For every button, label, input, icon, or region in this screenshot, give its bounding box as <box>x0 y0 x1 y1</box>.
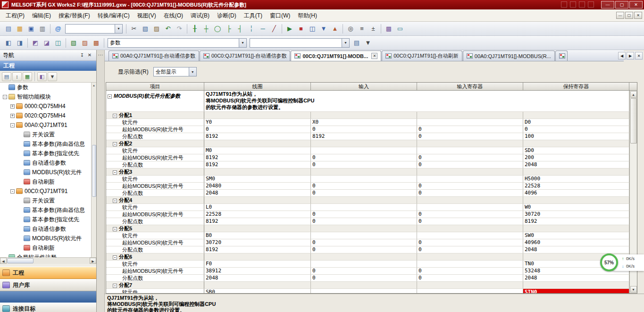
group-empty-cell[interactable] <box>204 225 311 232</box>
tree-item[interactable]: -00C0:QJ71MT91 <box>0 186 91 196</box>
menu-item-4[interactable]: 视图(V) <box>134 11 160 20</box>
value-cell[interactable]: 0 <box>417 154 523 161</box>
value-cell[interactable]: 0 <box>311 126 417 133</box>
group-label-cell[interactable]: -分配4 <box>106 197 204 204</box>
monitor-stop-icon[interactable]: ■ <box>296 24 306 34</box>
group-label-cell[interactable]: -分配1 <box>106 112 204 119</box>
value-cell[interactable]: 4096 <box>523 190 629 197</box>
tree-item[interactable]: 基本参数(指定优先 <box>0 149 91 158</box>
group-empty-cell[interactable] <box>417 253 523 261</box>
save-project-icon[interactable]: ▣ <box>26 24 36 34</box>
value-cell[interactable]: 0 <box>417 190 523 197</box>
scroll-up-icon[interactable]: ▲ <box>92 83 97 88</box>
group-empty-cell[interactable] <box>311 253 417 261</box>
group-label-cell[interactable]: -分配2 <box>106 140 204 147</box>
group-empty-cell[interactable] <box>311 225 417 232</box>
toolbar-options-icon[interactable]: ▼ <box>363 38 373 48</box>
tree-item[interactable]: MODBUS(R)软元件 <box>0 234 91 243</box>
scroll-down-icon[interactable]: ▼ <box>630 286 637 293</box>
value-cell[interactable]: 0 <box>311 246 417 253</box>
help-icon[interactable]: @ <box>53 24 63 34</box>
quick-access-combo[interactable]: ▼ <box>65 24 123 34</box>
collapsed-panel-strip[interactable]: ⋯ <box>97 50 105 312</box>
value-cell[interactable] <box>417 147 523 154</box>
value-cell[interactable] <box>417 176 523 183</box>
group-empty-cell[interactable] <box>417 225 523 232</box>
value-cell[interactable]: 0 <box>311 190 417 197</box>
group-empty-cell[interactable] <box>311 197 417 204</box>
monitor-write-icon[interactable]: ◫ <box>307 24 318 34</box>
project-window-icon[interactable]: ◧ <box>3 38 14 48</box>
child-close-button[interactable]: ✕ <box>634 12 642 19</box>
expand-icon[interactable]: + <box>10 114 15 118</box>
collapse-icon[interactable]: - <box>3 95 7 99</box>
group-empty-cell[interactable] <box>523 169 629 176</box>
value-cell[interactable] <box>417 119 523 126</box>
address-combo[interactable]: ▼ <box>250 38 350 48</box>
rebuild-all-icon[interactable]: ▩ <box>91 38 101 48</box>
ladder-horizontal-line-icon[interactable]: ─ <box>258 24 268 34</box>
tree-item[interactable]: 自动刷新 <box>0 177 91 186</box>
value-cell[interactable]: SB0 <box>204 289 311 293</box>
open-project-icon[interactable]: ▦ <box>15 24 25 34</box>
value-cell[interactable]: 40960 <box>523 239 629 246</box>
value-cell[interactable]: M0 <box>204 147 311 154</box>
value-cell[interactable]: 20480 <box>204 183 311 190</box>
dropdown-icon[interactable]: ▼ <box>189 67 196 76</box>
dropdown-icon[interactable]: ▼ <box>239 39 246 47</box>
group-label-cell[interactable]: -分配5 <box>106 225 204 232</box>
cut-icon[interactable]: ✂ <box>129 24 139 34</box>
simulation-icon[interactable]: ▭ <box>395 24 405 34</box>
child-minimize-button[interactable]: — <box>616 12 624 19</box>
plugin-icon[interactable] <box>588 1 594 8</box>
zoom-icon[interactable]: ± <box>368 24 378 34</box>
new-project-icon[interactable]: ▤ <box>3 24 14 34</box>
menu-item-2[interactable]: 搜索/替换(F) <box>55 11 94 20</box>
group-empty-cell[interactable] <box>523 282 629 289</box>
watch-window-icon[interactable]: ◫ <box>53 38 63 48</box>
scroll-thumb[interactable] <box>92 145 96 197</box>
group-empty-cell[interactable] <box>204 253 311 261</box>
group-empty-cell[interactable] <box>204 282 311 289</box>
scroll-up-icon[interactable]: ▲ <box>630 91 637 98</box>
menu-item-1[interactable]: 编辑(E) <box>28 11 55 20</box>
value-cell[interactable]: 8192 <box>204 161 311 169</box>
group-empty-cell[interactable] <box>523 225 629 232</box>
scroll-thumb[interactable] <box>630 98 637 143</box>
tree-horizontal-scrollbar[interactable]: ◀ ▶ <box>0 257 96 264</box>
value-cell[interactable]: Y0 <box>204 119 311 126</box>
tree-item[interactable]: 开关设置 <box>0 196 91 205</box>
group-empty-cell[interactable] <box>417 282 523 289</box>
view-mode-icon[interactable]: ◧ <box>37 72 47 81</box>
menu-item-3[interactable]: 转换/编译(C) <box>94 11 134 20</box>
tab-2[interactable]: 00C0:QJ71MT91[]-MODB...✕ <box>291 51 381 61</box>
pin-icon[interactable]: ↧ <box>78 52 86 59</box>
group-empty-cell[interactable] <box>311 140 417 147</box>
value-cell[interactable]: 0 <box>417 126 523 133</box>
value-cell[interactable]: 8192 <box>204 218 311 225</box>
collapse-icon[interactable]: - <box>113 142 117 146</box>
value-cell[interactable]: 2048 <box>204 275 311 282</box>
tab-scroll-left-icon[interactable]: ◀ <box>618 52 626 59</box>
menu-item-5[interactable]: 在线(O) <box>160 11 187 20</box>
output-window-icon[interactable]: ◨ <box>15 38 25 48</box>
value-cell[interactable]: 2048 <box>523 275 629 282</box>
write-plc-icon[interactable]: ▲ <box>330 24 340 34</box>
sort-icon[interactable]: ↕ <box>12 72 22 81</box>
value-cell[interactable]: 0 <box>417 239 523 246</box>
tree-item[interactable]: 基本参数(路由器信息 <box>0 205 91 215</box>
scroll-left-icon[interactable]: ◀ <box>0 258 7 264</box>
group-empty-cell[interactable] <box>204 112 311 119</box>
tree-item[interactable]: -00A0:QJ71MT91 <box>0 120 91 130</box>
paste-icon[interactable]: ▨ <box>151 24 162 34</box>
value-cell[interactable]: 0 <box>311 268 417 275</box>
group-empty-cell[interactable] <box>311 282 417 289</box>
group-empty-cell[interactable] <box>417 197 523 204</box>
print-icon[interactable]: ▥ <box>37 24 48 34</box>
progress-badge[interactable]: 57% <box>600 253 618 271</box>
build-icon[interactable]: ▨ <box>80 38 90 48</box>
child-restore-button[interactable]: ▢ <box>625 12 633 19</box>
tree-item[interactable]: 自动通信参数 <box>0 158 91 168</box>
undo-icon[interactable]: ↶ <box>163 24 173 34</box>
tree-item[interactable]: MODBUS(R)软元件 <box>0 168 91 177</box>
